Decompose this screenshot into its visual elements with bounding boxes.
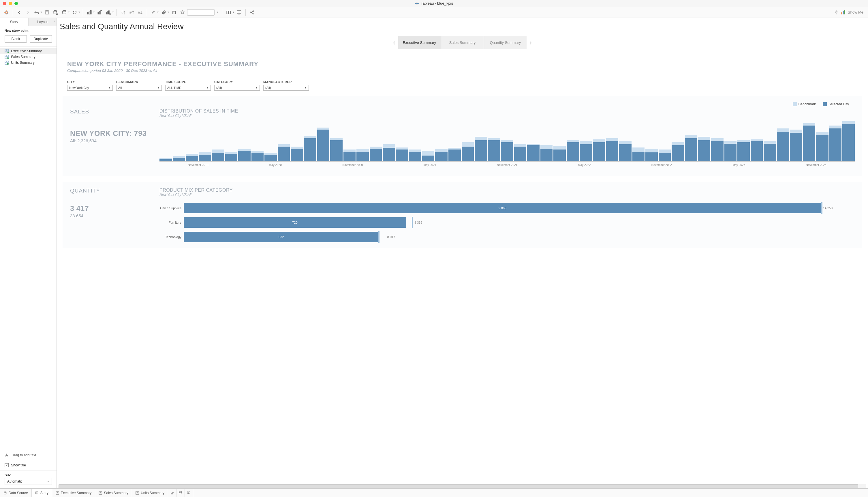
city-filter-value: New York City: [69, 86, 89, 89]
size-select[interactable]: Automatic ▼: [5, 478, 52, 485]
new-worksheet-caret[interactable]: ▼: [93, 11, 95, 14]
story-point-sales[interactable]: Sales Summary: [441, 36, 484, 49]
layout-tab[interactable]: Layout: [29, 18, 57, 26]
qty-chart-sub: New York City VS All: [160, 193, 855, 197]
share-button[interactable]: [248, 9, 256, 16]
attach-button[interactable]: [160, 9, 168, 16]
search-caret[interactable]: ▼: [215, 9, 220, 16]
swap-button[interactable]: [119, 9, 127, 16]
story-prev-button[interactable]: ‹: [391, 38, 398, 47]
story-tab-label: Story: [40, 491, 48, 495]
sidebar-item-label: Sales Summary: [11, 55, 35, 59]
svg-rect-15: [107, 12, 108, 14]
story-next-button[interactable]: ›: [527, 38, 534, 47]
minimize-window-button[interactable]: [9, 2, 12, 5]
duplicate-button[interactable]: Duplicate: [30, 35, 52, 43]
new-worksheet-tab[interactable]: [168, 488, 176, 497]
benchmark-filter-label: BENCHMARK: [116, 80, 162, 84]
new-worksheet-button[interactable]: [85, 9, 93, 16]
svg-point-22: [253, 11, 254, 12]
pause-data-caret[interactable]: ▼: [68, 11, 70, 14]
svg-rect-42: [56, 493, 59, 494]
dashboard-scroll[interactable]: NEW YORK CITY PERFORMANCE - EXECUTIVE SU…: [57, 55, 868, 484]
product-mix-chart[interactable]: Office Supplies2 06514 259Furniture7208 …: [160, 202, 855, 243]
show-title-checkbox[interactable]: ✓: [5, 463, 9, 467]
show-me-button[interactable]: Show Me: [841, 10, 866, 15]
attach-caret[interactable]: ▼: [167, 11, 170, 14]
manufacturer-filter-label: MANUFACTURER: [263, 80, 309, 84]
text-button[interactable]: [170, 9, 178, 16]
time-filter-label: TIME SCOPE: [165, 80, 211, 84]
tableau-logo-icon[interactable]: [2, 9, 10, 16]
close-window-button[interactable]: [3, 2, 6, 5]
qty-chart-title: PRODUCT MIX PER CATEGORY: [160, 188, 855, 193]
size-label: Size: [0, 470, 57, 478]
sales-time-chart[interactable]: November 2019May 2020November 2020May 20…: [160, 121, 855, 170]
sidebar-item-executive-summary[interactable]: Executive Summary: [0, 48, 57, 54]
undo-button[interactable]: [33, 9, 41, 16]
toolbar-search-input[interactable]: [187, 9, 215, 16]
svg-point-21: [250, 12, 251, 13]
story-point-quantity[interactable]: Quantity Summary: [484, 36, 527, 49]
fit-button[interactable]: [225, 9, 233, 16]
city-filter-label: CITY: [67, 80, 113, 84]
story-title[interactable]: Sales and Quantity Annual Review: [57, 18, 868, 34]
presentation-mode-button[interactable]: [235, 9, 243, 16]
sales-tab-label: Sales Summary: [104, 491, 128, 495]
dashboard-heading: NEW YORK CITY PERFORMANCE - EXECUTIVE SU…: [67, 60, 858, 68]
units-summary-tab[interactable]: Units Summary: [132, 488, 168, 497]
category-filter-select[interactable]: (All)▼: [214, 85, 260, 90]
refresh-caret[interactable]: ▼: [78, 11, 80, 14]
pin-button[interactable]: [832, 9, 840, 16]
fit-caret[interactable]: ▼: [232, 11, 234, 14]
collapse-panel-icon[interactable]: ‹: [54, 19, 55, 23]
category-filter-value: (All): [216, 86, 222, 89]
city-filter-select[interactable]: New York City▼: [67, 85, 113, 90]
drag-to-add-text[interactable]: Drag to add text: [0, 450, 57, 460]
new-dashboard-tab[interactable]: [176, 488, 185, 497]
manufacturer-filter-select[interactable]: (All)▼: [263, 85, 309, 90]
refresh-button[interactable]: [71, 9, 79, 16]
story-point-executive[interactable]: Executive Summary: [398, 36, 441, 49]
forward-button[interactable]: [24, 9, 32, 16]
new-story-tab[interactable]: [185, 488, 193, 497]
story-sheet-tab[interactable]: Story: [32, 488, 52, 497]
data-source-tab[interactable]: Data Source: [0, 488, 32, 497]
time-filter-select[interactable]: ALL TIME▼: [165, 85, 211, 90]
caret-down-icon: ▼: [206, 87, 209, 89]
sort-asc-button[interactable]: [128, 9, 136, 16]
benchmark-filter-select[interactable]: All▼: [116, 85, 162, 90]
svg-rect-8: [87, 12, 88, 14]
zoom-window-button[interactable]: [14, 2, 18, 5]
clear-sheet-caret[interactable]: ▼: [112, 11, 114, 14]
highlight-caret[interactable]: ▼: [157, 11, 159, 14]
highlight-button[interactable]: [149, 9, 158, 16]
dashboard-icon: [56, 491, 59, 495]
sort-desc-button[interactable]: [136, 9, 145, 16]
sidebar-item-units-summary[interactable]: Units Summary: [0, 60, 57, 66]
back-button[interactable]: [15, 9, 23, 16]
bookmark-button[interactable]: [178, 9, 187, 16]
pause-data-button[interactable]: [60, 9, 68, 16]
blank-button[interactable]: Blank: [5, 35, 27, 43]
save-button[interactable]: [43, 9, 51, 16]
exec-summary-tab[interactable]: Executive Summary: [52, 488, 95, 497]
story-tab[interactable]: Story: [0, 18, 29, 26]
svg-rect-40: [56, 491, 57, 493]
exec-tab-label: Executive Summary: [61, 491, 92, 495]
dashboard-icon: [5, 61, 9, 65]
sales-summary-tab[interactable]: Sales Summary: [95, 488, 132, 497]
svg-rect-41: [57, 491, 59, 493]
legend-benchmark[interactable]: Benchmark: [793, 102, 816, 106]
new-dashboard-icon: [179, 491, 182, 495]
svg-rect-53: [179, 493, 180, 494]
undo-dropdown-caret[interactable]: ▼: [40, 11, 42, 14]
sidebar-item-sales-summary[interactable]: Sales Summary: [0, 54, 57, 60]
duplicate-sheet-button[interactable]: [96, 9, 104, 16]
main-toolbar: ▼ ▼ ▼ ▼ ▼ ▼ ▼ ▼ ▼ Show Me: [0, 7, 868, 18]
horizontal-scrollbar[interactable]: [59, 484, 866, 488]
sales-chart-sub: New York City VS All: [160, 114, 855, 118]
clear-sheet-button[interactable]: [104, 9, 113, 16]
legend-selected-city[interactable]: Selected City: [823, 102, 849, 106]
new-data-button[interactable]: [52, 9, 60, 16]
